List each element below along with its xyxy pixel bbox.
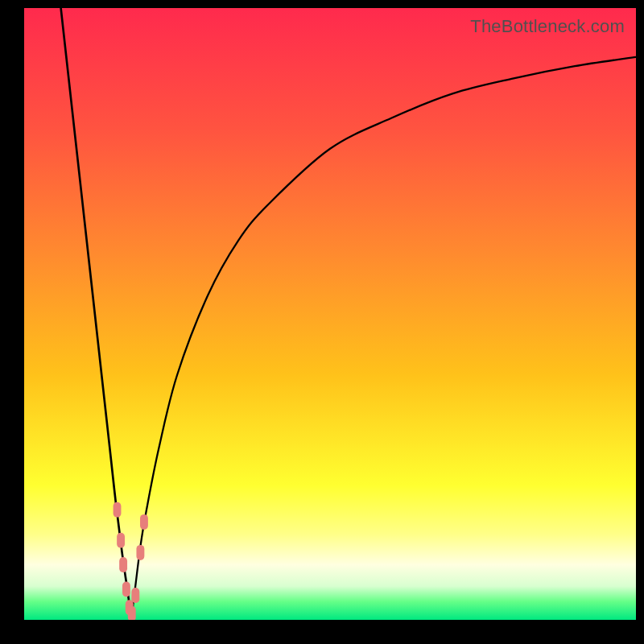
plot-area: TheBottleneck.com xyxy=(24,8,636,620)
curve-left-branch xyxy=(61,8,131,620)
curve-right-branch xyxy=(131,57,636,620)
data-marker xyxy=(114,502,122,518)
data-marker xyxy=(119,557,127,572)
data-marker xyxy=(128,606,136,620)
data-marker xyxy=(117,533,125,548)
data-marker xyxy=(122,582,130,597)
bottleneck-curve xyxy=(24,8,636,620)
watermark-text: TheBottleneck.com xyxy=(470,16,625,37)
data-marker xyxy=(131,588,139,603)
data-marker xyxy=(136,545,144,560)
chart-frame: TheBottleneck.com xyxy=(0,0,644,644)
data-marker xyxy=(140,514,148,530)
